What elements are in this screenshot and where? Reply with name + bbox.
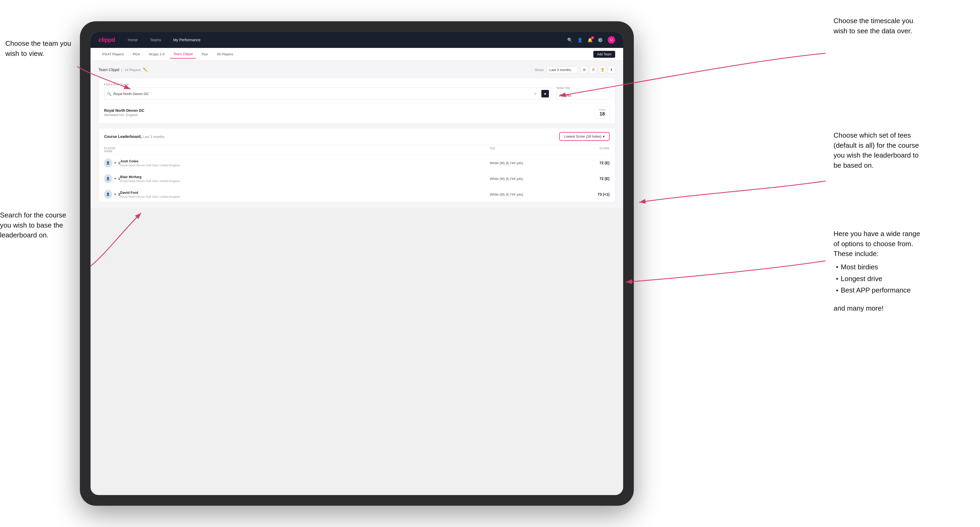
- score-cell: 72 (E): [570, 176, 609, 181]
- sub-nav-hcaps[interactable]: Hcaps 1-5: [145, 50, 168, 58]
- tee-select[interactable]: All Tees: [556, 91, 609, 100]
- col-score: SCORE: [570, 147, 609, 153]
- nav-teams[interactable]: Teams: [148, 37, 163, 43]
- search-icon[interactable]: 🔍: [567, 38, 573, 43]
- show-label: Show:: [535, 68, 544, 72]
- score-type-button[interactable]: Lowest Score (18 holes) ▾: [559, 132, 609, 141]
- select-tee-label: Select Tee: [556, 86, 609, 89]
- tablet-frame: clippd Home Teams My Performance 🔍 👤 🔔 1…: [80, 21, 634, 506]
- grid-view-btn[interactable]: ⊞: [581, 66, 588, 73]
- user-avatar[interactable]: U: [608, 36, 615, 44]
- col-player-name: PLAYER NAME: [104, 147, 120, 153]
- course-search-input-wrapper: 🔍 Royal North Devon GC ✕ ★: [104, 87, 552, 100]
- sub-nav-pgat[interactable]: PGAT Players: [99, 50, 127, 58]
- annotation-options: Here you have a wide range of options to…: [834, 229, 972, 314]
- leaderboard-section: Course Leaderboard, Last 3 months Lowest…: [99, 128, 615, 203]
- bullet-app-performance: Best APP performance: [836, 285, 972, 295]
- show-controls: Show: Last 3 months ⊞ ☰ 🏆 ⬇: [535, 66, 615, 73]
- sub-nav-pga[interactable]: PGA: [129, 50, 143, 58]
- leaderboard-header: Course Leaderboard, Last 3 months Lowest…: [99, 128, 615, 145]
- search-icon-inner: 🔍: [107, 92, 111, 96]
- bullet-most-birdies: Most birdies: [836, 262, 972, 272]
- player-name: David Ford: [120, 190, 490, 195]
- tee-cell: White (M) (6,744 yds): [490, 177, 570, 181]
- score-cell: 72 (E): [570, 161, 609, 165]
- player-club: Royal North Devon Golf Club, United King…: [120, 195, 490, 198]
- nav-my-performance[interactable]: My Performance: [171, 37, 203, 43]
- bullet-longest-drive: Longest drive: [836, 274, 972, 284]
- heart-icon: ♥: [114, 192, 116, 196]
- tee-cell: White (M) (6,744 yds): [490, 161, 570, 165]
- nav-icons: 🔍 👤 🔔 1 ⚙️ U: [567, 36, 615, 44]
- search-row: Find a Golf Course 🔍 Royal North Devon G…: [104, 83, 609, 100]
- star-button[interactable]: ★: [541, 90, 549, 98]
- player-name: Blair McHarg: [120, 175, 490, 179]
- score-cell: 73 (+1): [570, 192, 609, 197]
- heart-icon: ♥: [114, 177, 116, 181]
- avatar: 👤: [104, 158, 112, 167]
- notification-badge: 1: [591, 36, 594, 40]
- rank-cell: 👤 ♥ 1: [104, 174, 120, 183]
- team-header: Team Clippd | 14 Players ✏️ Show: Last 3…: [99, 66, 615, 73]
- app-logo: clippd: [99, 37, 115, 43]
- notification-icon[interactable]: 🔔 1: [587, 38, 593, 43]
- col-tee: TEE: [490, 147, 570, 153]
- sub-nav-team-clippd[interactable]: Team Clippd: [170, 50, 196, 59]
- team-player-count: |: [121, 68, 122, 72]
- app-navbar: clippd Home Teams My Performance 🔍 👤 🔔 1…: [91, 32, 623, 48]
- sub-nav-all-players[interactable]: All Players: [213, 50, 237, 58]
- course-result: Royal North Devon GC Westward Ho!, Engla…: [104, 103, 609, 119]
- trophy-view-btn[interactable]: 🏆: [599, 66, 606, 73]
- leaderboard-title: Course Leaderboard, Last 3 months: [104, 135, 164, 139]
- clear-search-btn[interactable]: ✕: [534, 92, 537, 96]
- download-btn[interactable]: ⬇: [608, 66, 615, 73]
- options-bullet-list: Most birdies Longest drive Best APP perf…: [834, 262, 972, 295]
- list-view-btn[interactable]: ☰: [590, 66, 597, 73]
- tee-cell: White (M) (6,744 yds): [490, 192, 570, 197]
- avatar: 👤: [104, 174, 112, 183]
- annotation-tees: Choose which set of tees (default is all…: [834, 130, 972, 171]
- nav-home[interactable]: Home: [126, 37, 140, 43]
- edit-icon[interactable]: ✏️: [143, 68, 148, 72]
- course-search-group: Find a Golf Course 🔍 Royal North Devon G…: [104, 83, 552, 100]
- table-row: 👤 ♥ 3 David Ford Royal North Devon Golf …: [99, 187, 615, 202]
- player-info-cell: Blair McHarg Royal North Devon Golf Club…: [120, 175, 490, 183]
- view-icons: ⊞ ☰ 🏆 ⬇: [581, 66, 615, 73]
- rank-cell: 👤 ♥ 3: [104, 190, 120, 199]
- and-more-text: and many more!: [834, 303, 972, 314]
- player-info-cell: David Ford Royal North Devon Golf Club, …: [120, 190, 490, 198]
- leaderboard-table-header: PLAYER NAME TEE SCORE: [99, 145, 615, 155]
- settings-icon[interactable]: ⚙️: [598, 38, 603, 43]
- show-period-select[interactable]: Last 3 months: [547, 67, 578, 73]
- team-count-num: 14 Players: [124, 68, 141, 72]
- holes-value: 18: [599, 111, 606, 117]
- heart-icon: ♥: [114, 161, 116, 165]
- player-club: Royal North Devon Golf Club, United King…: [120, 179, 490, 183]
- course-search-value[interactable]: Royal North Devon GC: [113, 92, 532, 96]
- rank-cell: 👤 ♥ 1: [104, 158, 120, 167]
- player-name: Josh Coles: [120, 159, 490, 163]
- sub-navbar: PGAT Players PGA Hcaps 1-5 Team Clippd T…: [91, 48, 623, 61]
- sub-nav-tour[interactable]: Tour: [197, 50, 212, 58]
- annotation-timescale: Choose the timescale you wish to see the…: [834, 16, 972, 36]
- annotation-choose-team: Choose the team you wish to view.: [5, 39, 71, 59]
- main-content: Team Clippd | 14 Players ✏️ Show: Last 3…: [91, 61, 623, 208]
- chevron-down-icon: ▾: [603, 135, 605, 138]
- add-team-button[interactable]: Add Team: [593, 51, 615, 58]
- course-info: Royal North Devon GC Westward Ho!, Engla…: [104, 108, 144, 117]
- table-row: 👤 ♥ 1 Blair McHarg Royal North Devon Gol…: [99, 171, 615, 187]
- player-club: Royal North Devon Golf Club, United King…: [120, 163, 490, 167]
- tablet-screen: clippd Home Teams My Performance 🔍 👤 🔔 1…: [91, 32, 623, 495]
- annotation-search-course: Search for the course you wish to base t…: [0, 210, 66, 240]
- people-icon[interactable]: 👤: [578, 38, 583, 43]
- course-result-name: Royal North Devon GC: [104, 108, 144, 113]
- search-section: Find a Golf Course 🔍 Royal North Devon G…: [99, 78, 615, 124]
- holes-box: Holes 18: [595, 106, 609, 119]
- course-result-location: Westward Ho!, England: [104, 113, 144, 117]
- table-row: 👤 ♥ 1 Josh Coles Royal North Devon Golf …: [99, 155, 615, 171]
- player-info-cell: Josh Coles Royal North Devon Golf Club, …: [120, 159, 490, 167]
- avatar: 👤: [104, 190, 112, 199]
- holes-label: Holes: [599, 108, 606, 111]
- find-course-label: Find a Golf Course: [104, 83, 552, 86]
- team-title: Team Clippd | 14 Players: [99, 68, 141, 72]
